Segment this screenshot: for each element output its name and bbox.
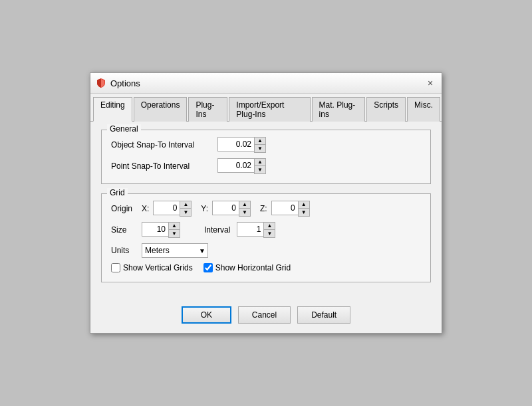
options-window: Options × Editing Operations Plug-Ins Im… [90, 72, 442, 334]
tab-editing[interactable]: Editing [93, 97, 132, 122]
x-input[interactable] [153, 201, 180, 215]
show-horizontal-item: Show Horizontal Grid [203, 263, 291, 272]
units-select[interactable]: Meters Feet Inches Centimeters [142, 243, 208, 258]
tab-mat-plugins[interactable]: Mat. Plug-ins [312, 97, 366, 122]
y-spinner: ▲ ▼ [212, 201, 251, 217]
object-snap-spinner: ▲ ▼ [217, 137, 266, 153]
app-icon [96, 78, 106, 88]
z-spin-buttons: ▲ ▼ [298, 201, 310, 217]
z-down-btn[interactable]: ▼ [299, 209, 309, 216]
grid-group: Grid Origin X: ▲ ▼ Y: ▲ ▼ [101, 193, 431, 282]
interval-down-btn[interactable]: ▼ [264, 230, 275, 237]
z-input[interactable] [271, 201, 298, 215]
units-select-container: Meters Feet Inches Centimeters ▼ [142, 243, 208, 258]
y-spin-buttons: ▲ ▼ [239, 201, 251, 217]
y-up-btn[interactable]: ▲ [239, 201, 250, 209]
point-snap-down-btn[interactable]: ▼ [255, 166, 265, 173]
size-spinner: ▲ ▼ [142, 222, 180, 238]
tab-plugins[interactable]: Plug-Ins [188, 97, 227, 122]
show-horizontal-label[interactable]: Show Horizontal Grid [215, 263, 291, 272]
interval-spin-buttons: ▲ ▼ [263, 222, 275, 238]
units-label: Units [111, 246, 138, 255]
interval-label: Interval [204, 225, 230, 235]
size-input[interactable] [142, 222, 168, 237]
general-group: General Object Snap-To Interval ▲ ▼ Poin… [101, 130, 431, 184]
object-snap-label: Object Snap-To Interval [111, 140, 217, 150]
close-button[interactable]: × [424, 77, 436, 89]
size-label: Size [111, 225, 138, 235]
tab-import-export[interactable]: Import/Export Plug-Ins [229, 97, 310, 122]
button-row: OK Cancel Default [90, 300, 442, 333]
object-snap-row: Object Snap-To Interval ▲ ▼ [111, 137, 421, 153]
default-button[interactable]: Default [297, 306, 350, 324]
tab-scripts[interactable]: Scripts [366, 97, 406, 122]
z-spinner: ▲ ▼ [271, 201, 310, 217]
window-title: Options [110, 78, 140, 88]
object-snap-input[interactable] [217, 137, 254, 152]
point-snap-spin-buttons: ▲ ▼ [254, 158, 266, 174]
grid-group-label: Grid [107, 188, 128, 197]
show-vertical-item: Show Vertical Grids [111, 263, 193, 272]
y-down-btn[interactable]: ▼ [239, 209, 250, 216]
units-row: Units Meters Feet Inches Centimeters ▼ [111, 243, 421, 258]
object-snap-spin-buttons: ▲ ▼ [254, 137, 266, 153]
size-down-btn[interactable]: ▼ [169, 230, 180, 237]
point-snap-label: Point Snap-To Interval [111, 161, 217, 171]
z-up-btn[interactable]: ▲ [299, 201, 309, 209]
size-interval-row: Size ▲ ▼ Interval ▲ ▼ [111, 222, 421, 238]
checkboxes-row: Show Vertical Grids Show Horizontal Grid [111, 263, 421, 272]
x-up-btn[interactable]: ▲ [180, 201, 191, 209]
show-vertical-label[interactable]: Show Vertical Grids [123, 263, 193, 272]
show-horizontal-checkbox[interactable] [203, 263, 213, 272]
tab-misc[interactable]: Misc. [407, 97, 440, 122]
point-snap-row: Point Snap-To Interval ▲ ▼ [111, 158, 421, 174]
point-snap-spinner: ▲ ▼ [217, 158, 266, 174]
show-vertical-checkbox[interactable] [111, 263, 120, 272]
point-snap-input[interactable] [217, 158, 254, 173]
x-label: X: [142, 204, 149, 213]
cancel-button[interactable]: Cancel [238, 306, 291, 324]
tab-content: General Object Snap-To Interval ▲ ▼ Poin… [90, 122, 442, 300]
point-snap-up-btn[interactable]: ▲ [255, 159, 265, 166]
general-group-label: General [107, 124, 141, 134]
object-snap-up-btn[interactable]: ▲ [255, 138, 265, 145]
interval-input[interactable] [237, 222, 263, 237]
x-spin-buttons: ▲ ▼ [180, 201, 192, 217]
x-spinner: ▲ ▼ [153, 201, 192, 217]
origin-label: Origin [111, 204, 138, 213]
title-bar: Options × [90, 73, 442, 94]
z-label: Z: [260, 204, 267, 213]
interval-spinner: ▲ ▼ [237, 222, 275, 238]
object-snap-down-btn[interactable]: ▼ [255, 145, 265, 152]
y-label: Y: [201, 204, 208, 213]
tab-bar: Editing Operations Plug-Ins Import/Expor… [90, 94, 442, 122]
size-spin-buttons: ▲ ▼ [168, 222, 180, 238]
size-up-btn[interactable]: ▲ [169, 223, 180, 230]
x-down-btn[interactable]: ▼ [180, 209, 191, 216]
y-input[interactable] [212, 201, 239, 215]
ok-button[interactable]: OK [182, 306, 231, 324]
title-bar-left: Options [96, 78, 140, 88]
origin-row: Origin X: ▲ ▼ Y: ▲ ▼ Z: [111, 201, 421, 217]
tab-operations[interactable]: Operations [134, 97, 188, 122]
interval-up-btn[interactable]: ▲ [264, 223, 275, 230]
